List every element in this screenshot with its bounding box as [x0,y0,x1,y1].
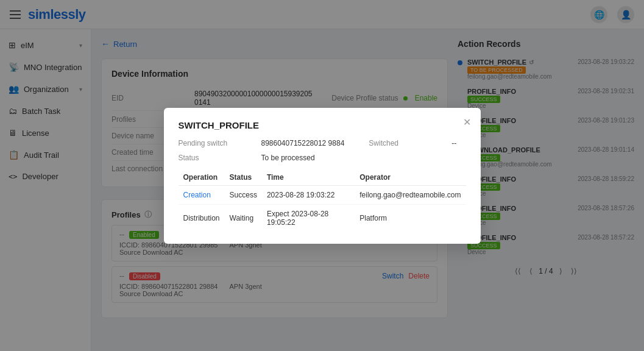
modal-overlay[interactable]: SWITCH_PROFILE ✕ Pending switch 89860407… [0,0,644,351]
col-operation: Operation [179,169,225,186]
modal-pending-label: Pending switch [179,139,252,147]
modal-status-value: To be processed [261,154,315,162]
modal-table-head: Operation Status Time Operator [179,169,466,186]
col-operator: Operator [355,169,465,186]
modal-table-body: Creation Success 2023-08-28 19:03:22 fei… [179,185,466,232]
modal-table: Operation Status Time Operator Creation … [179,169,466,232]
row0-status: Success [225,185,262,204]
table-row-0: Creation Success 2023-08-28 19:03:22 fei… [179,185,466,204]
row1-operator: Platform [355,204,465,232]
row1-status: Waiting [225,204,262,232]
col-time: Time [262,169,355,186]
row0-operator: feilong.gao@redteamobile.com [355,185,465,204]
modal-switched-value: -- [451,139,456,147]
row0-time: 2023-08-28 19:03:22 [262,185,355,204]
row1-time: Expect 2023-08-28 19:05:22 [262,204,355,232]
table-row-1: Distribution Waiting Expect 2023-08-28 1… [179,204,466,232]
modal-row-status: Status To be processed [179,154,466,162]
modal-switched-label: Switched [369,139,442,147]
modal-table-header-row: Operation Status Time Operator [179,169,466,186]
modal-title: SWITCH_PROFILE [179,120,466,130]
modal-pending-value: 8986040715228012 9884 [261,139,345,147]
modal-row-pending: Pending switch 8986040715228012 9884 Swi… [179,139,466,147]
col-status: Status [225,169,262,186]
modal-dialog: SWITCH_PROFILE ✕ Pending switch 89860407… [164,108,481,244]
row1-operation: Distribution [179,204,225,232]
row0-operation: Creation [179,185,225,204]
modal-close-button[interactable]: ✕ [463,116,471,128]
modal-status-label: Status [179,154,252,162]
